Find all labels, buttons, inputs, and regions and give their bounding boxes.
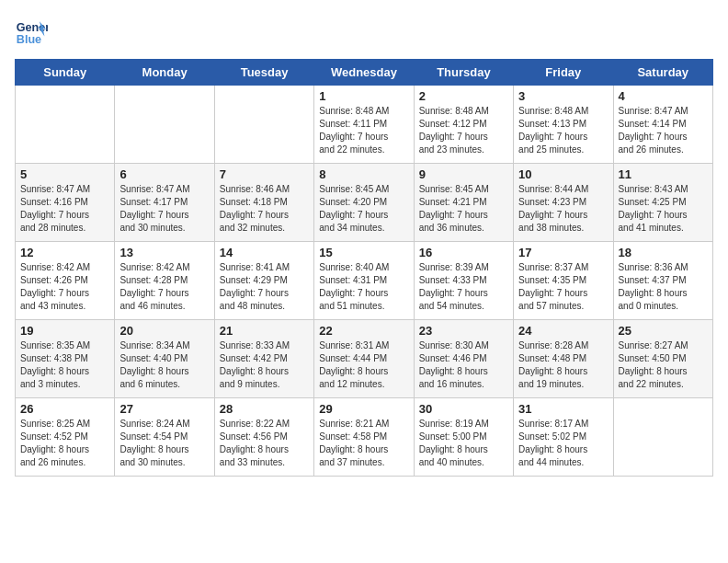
day-number: 13 [119, 246, 209, 259]
day-info: Sunrise: 8:45 AM Sunset: 4:21 PM Dayligh… [419, 183, 508, 235]
day-number: 15 [319, 246, 408, 259]
calendar-cell: 29Sunrise: 8:21 AM Sunset: 4:58 PM Dayli… [314, 398, 414, 477]
day-number: 18 [619, 246, 708, 259]
calendar-cell: 12Sunrise: 8:42 AM Sunset: 4:26 PM Dayli… [16, 242, 115, 320]
calendar-cell: 15Sunrise: 8:40 AM Sunset: 4:31 PM Dayli… [314, 242, 414, 320]
calendar-cell: 16Sunrise: 8:39 AM Sunset: 4:33 PM Dayli… [414, 242, 513, 320]
calendar-cell: 21Sunrise: 8:33 AM Sunset: 4:42 PM Dayli… [214, 320, 313, 398]
day-info: Sunrise: 8:43 AM Sunset: 4:25 PM Dayligh… [619, 183, 708, 235]
svg-text:Blue: Blue [17, 33, 41, 46]
day-info: Sunrise: 8:19 AM Sunset: 5:00 PM Dayligh… [419, 418, 508, 469]
calendar-cell: 24Sunrise: 8:28 AM Sunset: 4:48 PM Dayli… [514, 320, 613, 398]
calendar-week-3: 12Sunrise: 8:42 AM Sunset: 4:26 PM Dayli… [16, 242, 713, 320]
day-number: 2 [419, 89, 508, 103]
calendar-cell: 14Sunrise: 8:41 AM Sunset: 4:29 PM Dayli… [214, 242, 313, 320]
day-number: 24 [518, 324, 608, 338]
weekday-header-sunday: Sunday [16, 60, 115, 86]
calendar-body: 1Sunrise: 8:48 AM Sunset: 4:11 PM Daylig… [16, 86, 713, 477]
day-number: 23 [419, 324, 508, 338]
calendar-table: SundayMondayTuesdayWednesdayThursdayFrid… [15, 59, 713, 477]
calendar-cell: 20Sunrise: 8:34 AM Sunset: 4:40 PM Dayli… [115, 320, 214, 398]
day-number: 14 [220, 246, 309, 259]
day-number: 11 [619, 167, 708, 181]
day-number: 7 [220, 167, 309, 181]
calendar-cell: 6Sunrise: 8:47 AM Sunset: 4:17 PM Daylig… [115, 164, 214, 242]
day-number: 19 [20, 324, 109, 338]
day-info: Sunrise: 8:30 AM Sunset: 4:46 PM Dayligh… [419, 339, 508, 391]
day-number: 3 [518, 89, 608, 103]
calendar-cell [613, 398, 712, 477]
day-info: Sunrise: 8:40 AM Sunset: 4:31 PM Dayligh… [319, 261, 408, 313]
calendar-cell: 2Sunrise: 8:48 AM Sunset: 4:12 PM Daylig… [414, 86, 513, 164]
day-info: Sunrise: 8:27 AM Sunset: 4:50 PM Dayligh… [619, 339, 708, 391]
day-info: Sunrise: 8:46 AM Sunset: 4:18 PM Dayligh… [220, 183, 309, 235]
day-info: Sunrise: 8:48 AM Sunset: 4:13 PM Dayligh… [518, 105, 608, 156]
day-info: Sunrise: 8:47 AM Sunset: 4:17 PM Dayligh… [119, 183, 209, 235]
calendar-cell [214, 86, 313, 164]
day-number: 21 [220, 324, 309, 338]
calendar-week-1: 1Sunrise: 8:48 AM Sunset: 4:11 PM Daylig… [16, 86, 713, 164]
calendar-cell: 17Sunrise: 8:37 AM Sunset: 4:35 PM Dayli… [514, 242, 613, 320]
day-info: Sunrise: 8:45 AM Sunset: 4:20 PM Dayligh… [319, 183, 408, 235]
calendar-cell: 5Sunrise: 8:47 AM Sunset: 4:16 PM Daylig… [16, 164, 115, 242]
day-info: Sunrise: 8:48 AM Sunset: 4:12 PM Dayligh… [419, 105, 508, 156]
calendar-week-4: 19Sunrise: 8:35 AM Sunset: 4:38 PM Dayli… [16, 320, 713, 398]
day-info: Sunrise: 8:44 AM Sunset: 4:23 PM Dayligh… [518, 183, 608, 235]
day-number: 28 [220, 402, 309, 416]
day-number: 12 [20, 246, 109, 259]
logo-icon: General Blue [15, 15, 48, 48]
day-info: Sunrise: 8:34 AM Sunset: 4:40 PM Dayligh… [119, 339, 209, 391]
calendar-cell: 23Sunrise: 8:30 AM Sunset: 4:46 PM Dayli… [414, 320, 513, 398]
day-info: Sunrise: 8:25 AM Sunset: 4:52 PM Dayligh… [20, 418, 109, 469]
weekday-header-thursday: Thursday [414, 60, 513, 86]
day-number: 4 [619, 89, 708, 103]
calendar-cell: 22Sunrise: 8:31 AM Sunset: 4:44 PM Dayli… [314, 320, 414, 398]
day-info: Sunrise: 8:47 AM Sunset: 4:14 PM Dayligh… [619, 105, 708, 156]
calendar-cell: 27Sunrise: 8:24 AM Sunset: 4:54 PM Dayli… [115, 398, 214, 477]
day-info: Sunrise: 8:31 AM Sunset: 4:44 PM Dayligh… [319, 339, 408, 391]
calendar-cell: 4Sunrise: 8:47 AM Sunset: 4:14 PM Daylig… [613, 86, 712, 164]
day-info: Sunrise: 8:42 AM Sunset: 4:28 PM Dayligh… [119, 261, 209, 313]
day-number: 25 [619, 324, 708, 338]
day-number: 6 [119, 167, 209, 181]
day-info: Sunrise: 8:42 AM Sunset: 4:26 PM Dayligh… [20, 261, 109, 313]
calendar-cell: 13Sunrise: 8:42 AM Sunset: 4:28 PM Dayli… [115, 242, 214, 320]
day-number: 17 [518, 246, 608, 259]
day-info: Sunrise: 8:21 AM Sunset: 4:58 PM Dayligh… [319, 418, 408, 469]
calendar-cell [115, 86, 214, 164]
day-number: 10 [518, 167, 608, 181]
day-info: Sunrise: 8:39 AM Sunset: 4:33 PM Dayligh… [419, 261, 508, 313]
calendar-cell [16, 86, 115, 164]
day-info: Sunrise: 8:41 AM Sunset: 4:29 PM Dayligh… [220, 261, 309, 313]
day-number: 30 [419, 402, 508, 416]
day-info: Sunrise: 8:37 AM Sunset: 4:35 PM Dayligh… [518, 261, 608, 313]
weekday-header-tuesday: Tuesday [214, 60, 313, 86]
calendar-cell: 28Sunrise: 8:22 AM Sunset: 4:56 PM Dayli… [214, 398, 313, 477]
calendar-cell: 9Sunrise: 8:45 AM Sunset: 4:21 PM Daylig… [414, 164, 513, 242]
day-number: 1 [319, 89, 408, 103]
page-header: General Blue [15, 15, 713, 48]
day-info: Sunrise: 8:28 AM Sunset: 4:48 PM Dayligh… [518, 339, 608, 391]
day-number: 22 [319, 324, 408, 338]
weekday-header-wednesday: Wednesday [314, 60, 414, 86]
calendar-cell: 10Sunrise: 8:44 AM Sunset: 4:23 PM Dayli… [514, 164, 613, 242]
logo: General Blue [15, 15, 48, 48]
calendar-cell: 7Sunrise: 8:46 AM Sunset: 4:18 PM Daylig… [214, 164, 313, 242]
calendar-week-2: 5Sunrise: 8:47 AM Sunset: 4:16 PM Daylig… [16, 164, 713, 242]
day-number: 29 [319, 402, 408, 416]
day-number: 31 [518, 402, 608, 416]
day-number: 8 [319, 167, 408, 181]
calendar-cell: 1Sunrise: 8:48 AM Sunset: 4:11 PM Daylig… [314, 86, 414, 164]
calendar-cell: 3Sunrise: 8:48 AM Sunset: 4:13 PM Daylig… [514, 86, 613, 164]
weekday-header-friday: Friday [514, 60, 613, 86]
calendar-header: SundayMondayTuesdayWednesdayThursdayFrid… [16, 60, 713, 86]
calendar-cell: 25Sunrise: 8:27 AM Sunset: 4:50 PM Dayli… [613, 320, 712, 398]
calendar-cell: 26Sunrise: 8:25 AM Sunset: 4:52 PM Dayli… [16, 398, 115, 477]
weekday-header-monday: Monday [115, 60, 214, 86]
day-number: 26 [20, 402, 109, 416]
calendar-cell: 18Sunrise: 8:36 AM Sunset: 4:37 PM Dayli… [613, 242, 712, 320]
day-info: Sunrise: 8:24 AM Sunset: 4:54 PM Dayligh… [119, 418, 209, 469]
calendar-cell: 8Sunrise: 8:45 AM Sunset: 4:20 PM Daylig… [314, 164, 414, 242]
day-number: 16 [419, 246, 508, 259]
weekday-header-row: SundayMondayTuesdayWednesdayThursdayFrid… [16, 60, 713, 86]
